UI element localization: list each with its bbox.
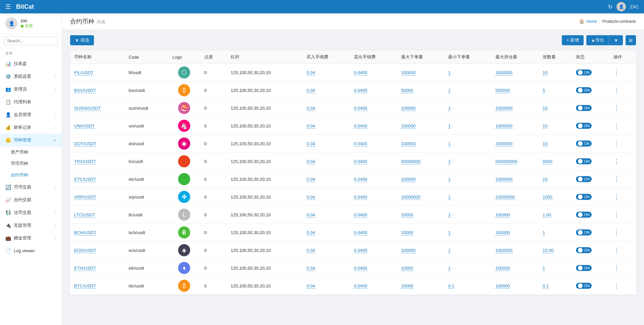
qty-link[interactable]: 10 [543,70,547,75]
buy-fee-link[interactable]: 0.04 [307,177,315,182]
more-button[interactable]: ⋮ [613,211,620,218]
buy-fee-link[interactable]: 0.04 [307,70,315,75]
more-button[interactable]: ⋮ [613,229,620,236]
coin-name-link[interactable]: BTC/USDT [74,283,96,289]
status-toggle[interactable]: ON [576,229,592,235]
min-order-link[interactable]: 1 [448,70,450,75]
more-button[interactable]: ⋮ [613,247,620,254]
sidebar-item-contract-trade[interactable]: 📈 合约交易 › [0,194,62,206]
status-toggle[interactable]: ON [576,247,592,253]
coin-name-link[interactable]: UNI/USDT [74,123,95,129]
max-order-link[interactable]: 10000 [401,230,413,235]
sell-fee-link[interactable]: 0.0400 [354,123,367,129]
refresh-icon[interactable]: ↻ [608,4,612,10]
max-hold-link[interactable]: 500000000 [495,159,517,164]
sidebar-item-fund[interactable]: 💼 赠金管理 › [0,232,62,245]
max-hold-link[interactable]: 1000000 [495,141,513,147]
max-hold-link[interactable]: 1000000 [495,70,513,75]
max-hold-link[interactable]: 100000 [495,266,510,271]
sell-fee-link[interactable]: 0.0400 [354,266,367,271]
coin-name-link[interactable]: SUSHI/USDT [74,106,101,111]
max-order-link[interactable]: 10000 [401,212,413,218]
coin-name-link[interactable]: FIL/USDT [74,70,94,75]
min-order-link[interactable]: 1 [448,195,450,200]
sidebar-item-logviewer[interactable]: 📄 Log viewer [0,245,62,257]
min-order-link[interactable]: 1 [448,123,450,129]
qty-link[interactable]: 5 [543,88,545,93]
coin-name-link[interactable]: BCH/USDT [74,230,96,235]
sell-fee-link[interactable]: 0.0400 [354,141,367,147]
menu-icon[interactable]: ☰ [5,3,11,10]
buy-fee-link[interactable]: 0.04 [307,88,315,93]
qty-link[interactable]: 10 [543,123,547,129]
min-order-link[interactable]: 0.1 [448,283,454,289]
sidebar-item-coin-mgmt[interactable]: 🪙 币种管理 ∨ [0,134,62,147]
buy-fee-link[interactable]: 0.04 [307,212,315,218]
sell-fee-link[interactable]: 0.0400 [354,106,367,111]
coin-name-link[interactable]: XRP/USDT [74,195,96,200]
coin-name-link[interactable]: DOT/USDT [74,141,96,147]
min-order-link[interactable]: 1 [448,159,450,164]
sidebar-item-fiat-trade[interactable]: 💱 法币交易 › [0,206,62,219]
max-hold-link[interactable]: 100000 [495,230,510,235]
export-dropdown-button[interactable]: ▼ [609,35,623,45]
sidebar-item-member[interactable]: 👤 会员管理 › [0,108,62,121]
coin-name-link[interactable]: EOS/USDT [74,248,96,253]
max-order-link[interactable]: 100000 [401,248,416,253]
max-order-link[interactable]: 10000 [401,266,413,271]
status-toggle[interactable]: ON [576,194,592,200]
sidebar-item-asset-coin[interactable]: 资产币种 [0,147,62,158]
max-hold-link[interactable]: 1000000 [495,106,513,111]
max-hold-link[interactable]: 100000 [495,212,510,218]
buy-fee-link[interactable]: 0.04 [307,230,315,235]
sell-fee-link[interactable]: 0.0400 [354,70,367,75]
max-order-link[interactable]: 50000 [401,88,413,93]
min-order-link[interactable]: 1 [448,230,450,235]
sidebar-item-coin-trade[interactable]: 🔄 币币交易 › [0,181,62,194]
max-hold-link[interactable]: 1000000 [495,248,513,253]
max-order-link[interactable]: 50000000 [401,159,421,164]
more-button[interactable]: ⋮ [613,158,620,165]
sell-fee-link[interactable]: 0.0400 [354,283,367,289]
sidebar-item-recharge[interactable]: 🔌 充提管理 › [0,219,62,232]
buy-fee-link[interactable]: 0.04 [307,106,315,111]
status-toggle[interactable]: ON [576,69,592,75]
max-order-link[interactable]: 10000000 [401,195,421,200]
qty-link[interactable]: 1 [543,266,545,271]
max-hold-link[interactable]: 500000 [495,88,510,93]
sell-fee-link[interactable]: 0.0400 [354,212,367,218]
status-toggle[interactable]: ON [576,123,592,129]
new-button[interactable]: + 新增 [562,35,584,45]
buy-fee-link[interactable]: 0.04 [307,266,315,271]
qty-link[interactable]: 10.00 [543,248,554,253]
min-order-link[interactable]: 1 [448,177,450,182]
qty-link[interactable]: 1000 [543,195,552,200]
search-input[interactable] [4,37,58,45]
more-button[interactable]: ⋮ [613,122,620,129]
more-button[interactable]: ⋮ [613,140,620,147]
filter-button[interactable]: ▼ 筛选 [70,35,94,45]
qty-link[interactable]: 0.1 [543,283,549,289]
min-order-link[interactable]: 1 [448,141,450,147]
max-hold-link[interactable]: 100000 [495,283,510,289]
sidebar-item-agent[interactable]: 📋 代理列表 [0,96,62,108]
min-order-link[interactable]: 1 [448,106,450,111]
max-hold-link[interactable]: 1000000 [495,123,513,129]
buy-fee-link[interactable]: 0.04 [307,195,315,200]
qty-link[interactable]: 5000 [543,159,552,164]
coin-name-link[interactable]: ETH/USDT [74,266,96,271]
max-order-link[interactable]: 100000 [401,106,416,111]
buy-fee-link[interactable]: 0.04 [307,283,315,289]
more-button[interactable]: ⋮ [613,69,620,76]
export-button[interactable]: ▲导出 [586,35,609,45]
max-order-link[interactable]: 100000 [401,70,416,75]
status-toggle[interactable]: ON [576,158,592,164]
buy-fee-link[interactable]: 0.04 [307,141,315,147]
status-toggle[interactable]: ON [576,283,592,289]
qty-link[interactable]: 10 [543,106,547,111]
sidebar-item-currency-coin[interactable]: 币币币种 [0,158,62,169]
buy-fee-link[interactable]: 0.04 [307,248,315,253]
status-toggle[interactable]: ON [576,141,592,147]
more-button[interactable]: ⋮ [613,175,620,183]
coin-name-link[interactable]: LTC/USDT [74,212,95,218]
